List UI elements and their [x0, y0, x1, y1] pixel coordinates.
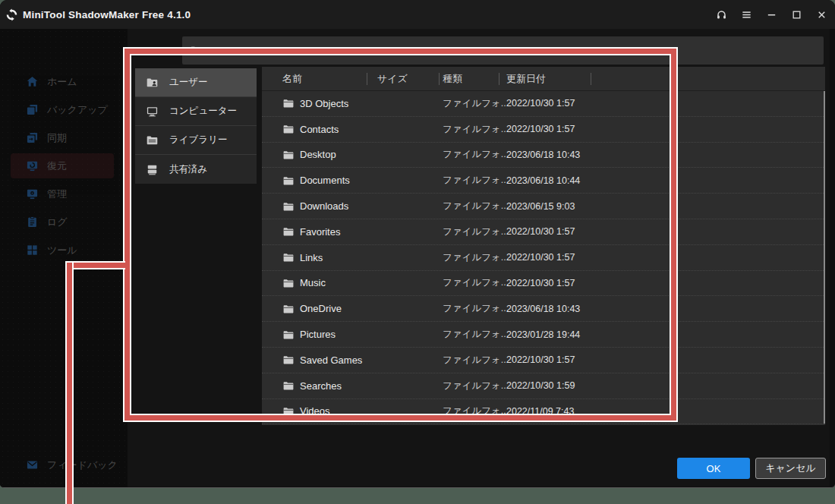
folder-icon [282, 225, 295, 238]
sidebar-item-manage[interactable]: 管理 [11, 181, 114, 206]
sidebar-item-sync[interactable]: 同期 [11, 125, 114, 150]
column-header-name[interactable]: 名前 [282, 67, 302, 91]
support-icon[interactable] [710, 3, 733, 26]
column-divider[interactable] [439, 73, 440, 85]
folder-icon [282, 405, 295, 417]
file-list-row[interactable]: Desktop ファイルフォ... 2023/06/18 10:43 [262, 143, 825, 169]
app-window: MiniTool ShadowMaker Free 4.1.0 ホーム バックア… [0, 0, 835, 488]
sidebar: ホーム バックアップ 同期 復元 管理 ログ ツール フィードバック [0, 29, 128, 488]
folder-icon [282, 329, 295, 341]
tools-icon [26, 244, 39, 257]
column-header-date[interactable]: 更新日付 [506, 67, 546, 91]
folder-icon [282, 200, 295, 213]
folder-icon [282, 149, 295, 161]
user-folder-icon [146, 76, 159, 89]
location-tree-item-shared[interactable]: 共有済み [135, 155, 257, 184]
backup-icon [26, 103, 39, 116]
column-divider[interactable] [591, 73, 591, 85]
list-scrollbar[interactable] [824, 91, 826, 424]
close-icon[interactable] [810, 3, 833, 26]
folder-icon [282, 277, 295, 289]
title-bar: MiniTool ShadowMaker Free 4.1.0 [0, 0, 835, 29]
backup-path-text: C:\Users\Windows [209, 46, 287, 56]
column-header-type[interactable]: 種類 [443, 67, 462, 91]
file-list-row[interactable]: Music ファイルフォ... 2022/10/30 1:57 [262, 271, 825, 297]
restore-icon [26, 159, 39, 172]
file-list-row[interactable]: Pictures ファイルフォ... 2023/01/28 19:44 [262, 322, 825, 348]
log-icon [26, 216, 39, 228]
home-icon [26, 75, 39, 88]
file-list-row[interactable]: Saved Games ファイルフォ... 2022/10/30 1:57 [262, 348, 825, 373]
folder-icon [282, 251, 295, 263]
file-list-row[interactable]: Links ファイルフォ... 2022/10/30 1:57 [262, 245, 825, 271]
sidebar-item-backup[interactable]: バックアップ [11, 97, 114, 122]
location-tree-item-computer[interactable]: コンピューター [135, 97, 257, 126]
folder-icon [282, 175, 295, 187]
minitool-logo-icon [5, 8, 18, 21]
folder-icon [282, 303, 295, 315]
sidebar-item-log[interactable]: ログ [11, 209, 114, 235]
file-list: 名前 サイズ 種類 更新日付 3D Objects ファイルフォ... 2022… [262, 67, 825, 425]
window-title: MiniTool ShadowMaker Free 4.1.0 [23, 9, 191, 20]
minimize-icon[interactable] [760, 3, 783, 26]
location-tree-item-library[interactable]: ライブラリー [135, 126, 257, 155]
feedback-icon [26, 458, 39, 471]
folder-icon [282, 97, 295, 109]
folder-icon [282, 380, 295, 392]
sidebar-item-restore[interactable]: 復元 [11, 153, 114, 178]
shared-icon [146, 163, 159, 176]
manage-icon [26, 187, 39, 200]
titlebar-buttons [710, 3, 835, 26]
cancel-button[interactable]: キャンセル [755, 458, 826, 479]
file-list-row[interactable]: Documents ファイルフォ... 2023/06/18 10:44 [262, 168, 825, 194]
folder-icon [282, 354, 295, 366]
folder-icon [282, 123, 295, 135]
column-divider[interactable] [367, 73, 367, 85]
file-list-row[interactable]: 3D Objects ファイルフォ... 2022/10/30 1:57 [262, 91, 825, 117]
file-list-row[interactable]: Contacts ファイルフォ... 2022/10/30 1:57 [262, 117, 825, 143]
backup-path-bar[interactable]: C:\Users\Windows [182, 36, 824, 65]
ok-button[interactable]: OK [677, 458, 750, 479]
file-list-header: 名前 サイズ 種類 更新日付 [262, 67, 825, 91]
menu-icon[interactable] [735, 3, 758, 26]
location-tree: ユーザー コンピューター ライブラリー 共有済み [135, 68, 257, 184]
location-tree-item-user-folder[interactable]: ユーザー [135, 68, 257, 97]
column-header-size[interactable]: サイズ [377, 67, 408, 91]
file-list-row[interactable]: OneDrive ファイルフォ... 2023/06/18 10:43 [262, 296, 825, 322]
computer-icon [146, 105, 159, 118]
sidebar-item-tools[interactable]: ツール [11, 238, 114, 263]
sidebar-item-feedback[interactable]: フィードバック [11, 452, 114, 477]
file-list-row[interactable]: Searches ファイルフォ... 2022/10/30 1:59 [262, 373, 825, 399]
sidebar-item-home[interactable]: ホーム [11, 69, 114, 94]
file-list-row[interactable]: Downloads ファイルフォ... 2023/06/15 9:03 [262, 194, 825, 219]
maximize-icon[interactable] [785, 3, 808, 26]
folder-path-icon [190, 44, 203, 57]
column-divider[interactable] [499, 73, 499, 85]
sync-icon [26, 131, 39, 144]
library-icon [146, 134, 159, 146]
file-list-row[interactable]: Favorites ファイルフォ... 2022/10/30 1:57 [262, 219, 825, 245]
file-list-row[interactable]: Videos ファイルフォ... 2022/11/09 7:43 [262, 399, 825, 425]
